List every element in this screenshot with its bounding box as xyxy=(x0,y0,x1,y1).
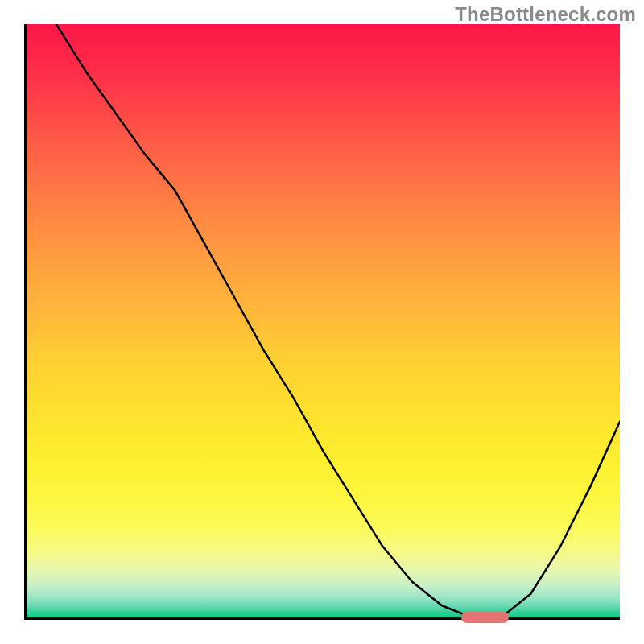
watermark-text: TheBottleneck.com xyxy=(455,3,636,26)
optimum-marker xyxy=(461,612,509,623)
chart-plot-area xyxy=(24,24,620,620)
bottleneck-curve xyxy=(27,24,620,617)
